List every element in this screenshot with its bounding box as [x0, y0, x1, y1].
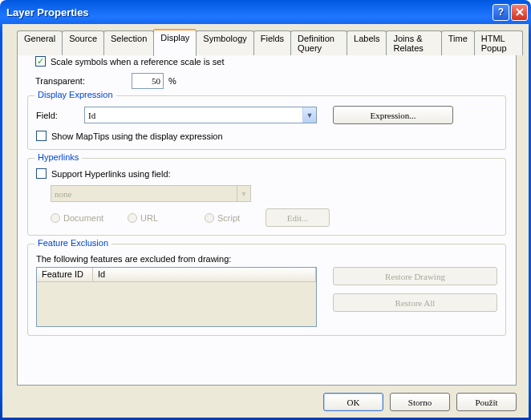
client-area: General Source Selection Display Symbolo…	[2, 24, 529, 418]
restore-drawing-button: Restore Drawing	[333, 267, 497, 285]
expression-button[interactable]: Expression...	[333, 106, 453, 124]
radio-url	[128, 213, 137, 223]
transparent-unit: %	[168, 76, 176, 86]
radio-document-label: Document	[63, 213, 128, 223]
scale-symbols-checkbox[interactable]: ✓	[35, 56, 46, 67]
group-title-display-expression: Display Expression	[34, 90, 116, 99]
group-display-expression: Display Expression Field: Id ▼ Expressio…	[27, 95, 506, 150]
hyperlinks-checkbox[interactable]	[36, 168, 47, 179]
close-button[interactable]	[511, 4, 528, 21]
edit-button: Edit...	[266, 208, 330, 227]
window-title: Layer Properties	[6, 6, 492, 18]
chevron-down-icon: ▼	[237, 186, 250, 201]
tab-time[interactable]: Time	[441, 30, 475, 55]
tab-general[interactable]: General	[17, 30, 63, 55]
group-feature-exclusion: Feature Exclusion The following features…	[27, 244, 506, 336]
window: Layer Properties ? General Source Select…	[0, 0, 531, 420]
radio-script-label: Script	[217, 213, 266, 223]
group-title-feature-exclusion: Feature Exclusion	[34, 238, 111, 248]
hyperlinks-field-combo: none ▼	[51, 185, 251, 202]
tab-fields[interactable]: Fields	[253, 30, 291, 55]
tab-labels[interactable]: Labels	[347, 30, 387, 55]
hyperlinks-label: Support Hyperlinks using field:	[51, 169, 171, 179]
tab-panel-display: ✓ Scale symbols when a reference scale i…	[17, 47, 517, 386]
transparent-label: Transparent:	[35, 76, 132, 86]
field-combo[interactable]: Id ▼	[84, 107, 317, 123]
field-label: Field:	[36, 111, 84, 120]
titlebar[interactable]: Layer Properties ?	[0, 0, 531, 24]
group-title-hyperlinks: Hyperlinks	[34, 152, 82, 162]
help-button[interactable]: ?	[492, 4, 509, 21]
tab-selection[interactable]: Selection	[103, 30, 154, 55]
maptips-label: Show MapTips using the display expressio…	[51, 131, 223, 141]
field-combo-value: Id	[88, 111, 95, 120]
restore-all-button: Restore All	[333, 293, 497, 312]
tab-html-popup[interactable]: HTML Popup	[474, 30, 523, 55]
feature-exclusion-desc: The following features are excluded from…	[36, 254, 497, 264]
maptips-checkbox[interactable]	[36, 131, 47, 141]
scale-symbols-label: Scale symbols when a reference scale is …	[51, 57, 224, 67]
tab-display[interactable]: Display	[153, 29, 197, 56]
hyperlinks-field-value: none	[55, 189, 71, 199]
ok-button[interactable]: OK	[323, 393, 383, 411]
cancel-button[interactable]: Storno	[390, 393, 450, 411]
radio-script	[205, 213, 214, 223]
tab-symbology[interactable]: Symbology	[196, 30, 253, 55]
exclusion-col-id[interactable]: Id	[93, 268, 316, 281]
chevron-down-icon: ▼	[302, 107, 316, 123]
transparent-input[interactable]	[132, 73, 164, 89]
tab-source[interactable]: Source	[62, 30, 104, 55]
exclusion-col-featureid[interactable]: Feature ID	[37, 268, 93, 281]
tab-strip: General Source Selection Display Symbolo…	[2, 24, 529, 55]
dialog-buttons: OK Storno Použít	[323, 393, 517, 411]
exclusion-header: Feature ID Id	[37, 268, 316, 282]
tab-definition-query[interactable]: Definition Query	[290, 30, 347, 55]
apply-button[interactable]: Použít	[456, 393, 517, 411]
exclusion-list[interactable]: Feature ID Id	[36, 267, 317, 327]
radio-document	[51, 213, 60, 223]
tab-joins-relates[interactable]: Joins & Relates	[386, 30, 441, 55]
group-hyperlinks: Hyperlinks Support Hyperlinks using fiel…	[27, 158, 506, 236]
radio-url-label: URL	[140, 213, 205, 223]
